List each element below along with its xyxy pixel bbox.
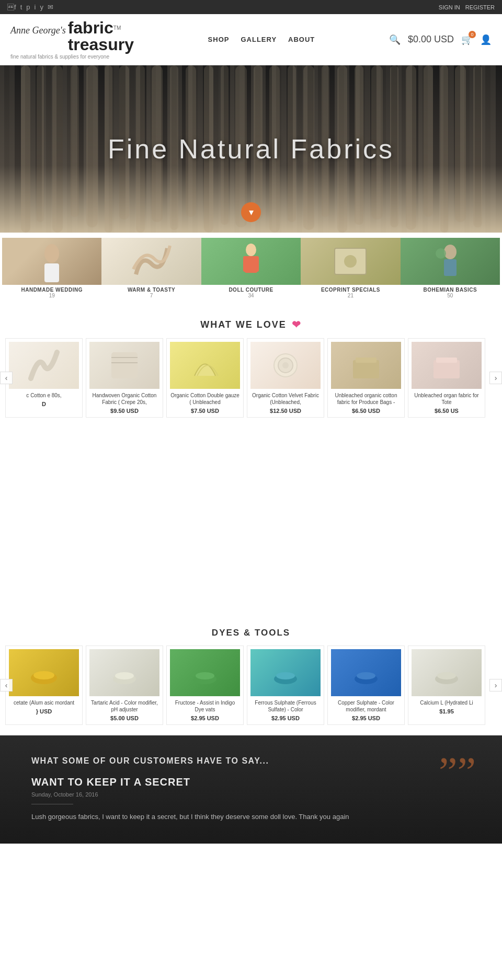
product-card-4[interactable]: Unbleached organic cotton fabric for Pro…	[327, 338, 405, 418]
cart-icon-wrap[interactable]: 🛒 0	[461, 34, 473, 45]
dye-price-4: $2.95 USD	[331, 715, 401, 721]
carousel-left-arrow[interactable]: ‹	[0, 372, 13, 384]
email-icon[interactable]: ✉	[48, 3, 53, 11]
svg-rect-27	[473, 65, 482, 227]
main-nav: SHOP GALLERY ABOUT	[208, 36, 315, 43]
svg-rect-47	[356, 358, 376, 363]
category-doll-couture-image	[201, 238, 301, 285]
dye-card-5[interactable]: Calcium L (Hydrated Li $1.95	[408, 645, 485, 725]
pinterest-icon[interactable]: p	[26, 3, 30, 11]
category-warm-toasty-count: 7	[101, 293, 201, 298]
product-name-1: Handwoven Organic Cotton Fabric ( Crepe …	[89, 392, 159, 406]
testimonials-section: WHAT SOME OF OUR CUSTOMERS HAVE TO SAY..…	[0, 735, 502, 844]
category-warm-toasty-image	[101, 238, 201, 285]
svg-rect-0	[21, 65, 30, 233]
category-ecoprint[interactable]: ECOPRINT SPECIALS 21	[301, 238, 400, 298]
category-bohemian-label: BOHEMIAN BASICS	[401, 287, 500, 293]
category-warm-toasty[interactable]: WARM & TOASTY 7	[101, 238, 201, 298]
hero-title: Fine Natural Fabrics	[108, 133, 394, 165]
svg-rect-29	[44, 263, 59, 282]
svg-point-59	[357, 672, 375, 679]
product-card-2[interactable]: Organic Cotton Double gauze ( Unbleached…	[166, 338, 244, 418]
category-bohemian[interactable]: BOHEMIAN BASICS 50	[401, 238, 500, 298]
register-link[interactable]: REGISTER	[465, 4, 495, 10]
product-card-5[interactable]: Unbleached organ fabric for Tote $6.50 U…	[408, 338, 485, 418]
category-handmade-wedding[interactable]: HANDMADE WEDDING 19	[2, 238, 101, 298]
what-we-love-text: WHAT WE LOVE	[200, 319, 287, 330]
product-card-0[interactable]: c Cotton e 80s, D	[5, 338, 83, 418]
nav-shop[interactable]: SHOP	[208, 36, 230, 43]
product-card-1[interactable]: Handwoven Organic Cotton Fabric ( Crepe …	[86, 338, 163, 418]
dyes-product-list: cetate (Alum asic mordant } USD Tartaric…	[5, 645, 497, 725]
product-image-4	[331, 342, 401, 389]
testimonials-header: WHAT SOME OF OUR CUSTOMERS HAVE TO SAY..…	[31, 756, 471, 766]
svg-point-39	[436, 248, 446, 259]
dye-price-0: } USD	[9, 708, 79, 714]
facebook-icon[interactable]: f	[7, 3, 16, 11]
auth-links: SIGN IN REGISTER	[439, 4, 495, 10]
header-actions: 🔍 $0.00 USD 🛒 0 👤	[389, 34, 492, 45]
dye-name-2: Fructose - Assist in Indigo Dye vats	[170, 699, 240, 713]
product-image-3	[250, 342, 321, 389]
product-price-5: $6.50 US	[412, 408, 482, 414]
sign-in-link[interactable]: SIGN IN	[439, 4, 460, 10]
dye-name-5: Calcium L (Hydrated Li	[412, 699, 482, 706]
category-doll-couture[interactable]: DOLL COUTURE 34	[201, 238, 301, 298]
dyes-carousel-right[interactable]: ›	[489, 679, 502, 691]
what-we-love-title: WHAT WE LOVE ❤	[0, 304, 502, 338]
social-links: f t p i y ✉	[7, 3, 53, 11]
hero-banner: Fine Natural Fabrics ▾	[0, 65, 502, 233]
scroll-down-button[interactable]: ▾	[241, 202, 261, 222]
dye-image-5	[412, 649, 482, 696]
svg-point-45	[282, 362, 289, 368]
nav-about[interactable]: ABOUT	[288, 36, 315, 43]
svg-rect-38	[444, 259, 457, 276]
dye-card-4[interactable]: Copper Sulphate - Color modifier, mordan…	[327, 645, 405, 725]
dye-image-1	[89, 649, 159, 696]
site-header: Anne George's fabric TM treasury fine na…	[0, 14, 502, 65]
dye-card-0[interactable]: cetate (Alum asic mordant } USD	[5, 645, 83, 725]
cart-badge: 0	[469, 31, 476, 38]
dye-price-5: $1.95	[412, 708, 482, 714]
category-handmade-wedding-image	[2, 238, 101, 285]
logo[interactable]: Anne George's fabric TM treasury fine na…	[10, 19, 134, 60]
middle-spacer	[0, 418, 502, 616]
dye-price-1: $5.00 USD	[89, 715, 159, 721]
search-icon[interactable]: 🔍	[389, 34, 401, 45]
testimonial-text: Lush gorgeous fabrics, I want to keep it…	[31, 812, 471, 823]
dyes-section: DYES & TOOLS ‹ cetate (Alum asic mordant…	[0, 616, 502, 735]
cart-price: $0.00 USD	[408, 34, 454, 45]
dye-card-2[interactable]: Fructose - Assist in Indigo Dye vats $2.…	[166, 645, 244, 725]
account-icon[interactable]: 👤	[480, 34, 492, 45]
svg-point-36	[344, 255, 357, 268]
twitter-icon[interactable]: t	[20, 3, 22, 11]
quote-mark: ””	[439, 751, 476, 793]
category-bohemian-image	[401, 238, 500, 285]
carousel-right-arrow[interactable]: ›	[489, 372, 502, 384]
product-price-3: $12.50 USD	[250, 408, 321, 414]
product-card-3[interactable]: Organic Cotton Velvet Fabric (Unbleached…	[247, 338, 324, 418]
testimonial-title: WANT TO KEEP IT A SECRET	[31, 776, 471, 788]
svg-rect-26	[455, 65, 466, 222]
nav-gallery[interactable]: GALLERY	[241, 36, 277, 43]
product-name-2: Organic Cotton Double gauze ( Unbleached	[170, 392, 240, 406]
category-handmade-wedding-count: 19	[2, 293, 101, 298]
svg-point-30	[246, 244, 256, 256]
svg-rect-33	[255, 256, 259, 272]
svg-point-61	[437, 672, 456, 679]
product-price-2: $7.50 USD	[170, 408, 240, 414]
product-image-0	[9, 342, 79, 389]
svg-point-28	[44, 244, 59, 263]
dyes-carousel-left[interactable]: ‹	[0, 679, 13, 691]
testimonial-date: Sunday, October 16, 2016	[31, 791, 471, 798]
dye-name-3: Ferrous Sulphate (Ferrous Sulfate) - Col…	[250, 699, 321, 713]
category-section: HANDMADE WEDDING 19 WARM & TOASTY 7 DOLL…	[0, 233, 502, 304]
dye-price-2: $2.95 USD	[170, 715, 240, 721]
dye-card-1[interactable]: Tartaric Acid - Color modifier, pH adjus…	[86, 645, 163, 725]
youtube-icon[interactable]: y	[40, 3, 43, 11]
svg-point-57	[276, 672, 295, 679]
dye-image-2	[170, 649, 240, 696]
product-image-1	[89, 342, 159, 389]
instagram-icon[interactable]: i	[34, 3, 36, 11]
dye-card-3[interactable]: Ferrous Sulphate (Ferrous Sulfate) - Col…	[247, 645, 324, 725]
